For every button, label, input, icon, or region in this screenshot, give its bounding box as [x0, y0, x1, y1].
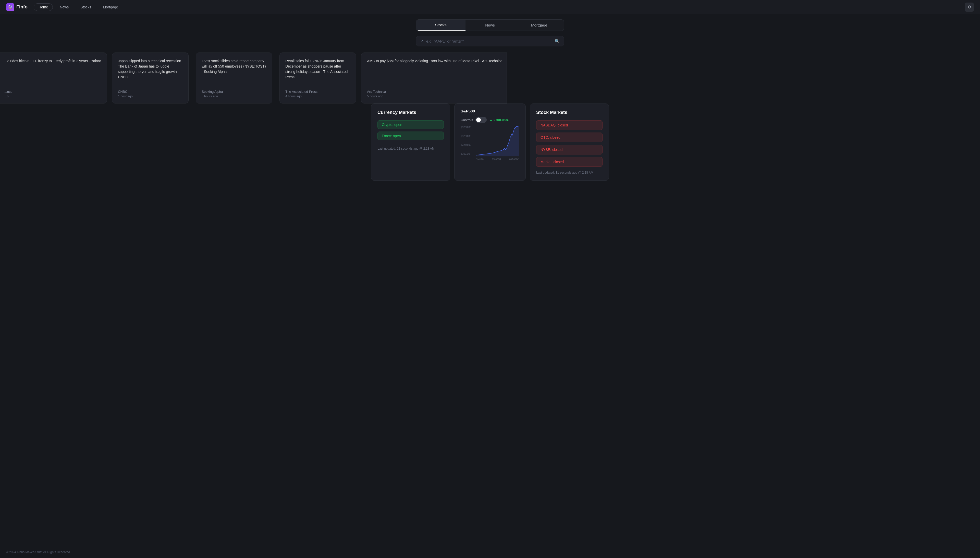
news-cards-row: ...e rides bitcoin ETF frenzy to ...terl… — [0, 53, 980, 103]
nav-news-button[interactable]: News — [55, 3, 74, 11]
x-label-2: 9/1/2001 — [492, 158, 501, 160]
footer-text: © 2024 Kisho Makes Stuff. All Rights Res… — [6, 550, 71, 554]
tab-mortgage[interactable]: Mortgage — [514, 20, 564, 31]
news-card-partial-right: AMC to pay $8M for allegedly violating 1… — [361, 53, 507, 103]
market-badge[interactable]: Market: closed — [536, 157, 603, 167]
controls-row: Controls ▲ 2700.05% — [461, 117, 519, 123]
news-card[interactable]: Japan slipped into a technical recession… — [112, 53, 189, 103]
y-label-1: $5250.00 — [461, 126, 475, 129]
y-label-3: $2250.00 — [461, 143, 475, 146]
chart-underline — [461, 162, 519, 163]
chart-title: S&P500 — [461, 109, 475, 113]
news-card-title: Toast stock slides amid report company w… — [202, 58, 267, 85]
news-card[interactable]: Toast stock slides amid report company w… — [196, 53, 272, 103]
logo: 🔮 Finfo — [6, 3, 28, 11]
stock-panel-title: Stock Markets — [536, 110, 603, 115]
news-card-partial-left: ...e rides bitcoin ETF frenzy to ...terl… — [0, 53, 107, 103]
main-content: Stocks News Mortgage ↗ 🔍 ...e rides bitc… — [0, 14, 980, 546]
settings-button[interactable]: ⚙ — [965, 3, 974, 12]
news-card-footer: The Associated Press 4 hours ago — [285, 90, 350, 98]
nyse-badge[interactable]: NYSE: closed — [536, 145, 603, 154]
chart-svg — [476, 126, 519, 156]
crypto-badge[interactable]: Crypto: open — [377, 120, 444, 129]
navbar: 🔮 Finfo Home News Stocks Mortgage ⚙ — [0, 0, 980, 14]
x-label-3: 2/15/2024 — [509, 158, 519, 160]
news-card-footer: Ars Technica 5 hours ago — [367, 90, 502, 98]
search-icon: 🔍 — [555, 39, 560, 43]
logo-icon: 🔮 — [6, 3, 14, 11]
news-card-footer: Seeking Alpha 5 hours ago — [202, 90, 267, 98]
y-label-2: $3750.00 — [461, 135, 475, 138]
tabs-container: Stocks News Mortgage — [416, 20, 564, 31]
trend-icon: ↗ — [420, 39, 424, 44]
news-time: 5 hours ago — [202, 95, 267, 98]
tab-stocks[interactable]: Stocks — [416, 20, 466, 31]
search-input[interactable] — [426, 39, 552, 43]
currency-panel-title: Currency Markets — [377, 110, 444, 115]
news-source: The Associated Press — [285, 90, 350, 94]
nav-mortgage-button[interactable]: Mortgage — [98, 3, 123, 11]
currency-markets-panel: Currency Markets Crypto: open Forex: ope… — [371, 103, 450, 181]
search-bar: ↗ 🔍 — [416, 36, 564, 46]
logo-text: Finfo — [16, 4, 28, 10]
x-axis: 7/1/1987 9/1/2001 2/15/2024 — [461, 158, 519, 160]
otc-badge[interactable]: OTC: closed — [536, 133, 603, 142]
tab-news[interactable]: News — [466, 20, 515, 31]
news-card-title: Japan slipped into a technical recession… — [118, 58, 183, 85]
currency-last-updated: Last updated: 11 seconds ago @ 2:18 AM — [377, 147, 444, 150]
chart-header: S&P500 — [461, 109, 519, 113]
nav-stocks-button[interactable]: Stocks — [76, 3, 96, 11]
controls-label: Controls — [461, 118, 473, 122]
y-label-4: $750.00 — [461, 153, 475, 155]
svg-marker-4 — [476, 126, 519, 156]
y-axis: $5250.00 $3750.00 $2250.00 $750.00 — [461, 126, 475, 155]
nasdaq-badge[interactable]: NASDAQ: closed — [536, 120, 603, 130]
stock-last-updated: Last updated: 11 seconds ago @ 2:18 AM — [536, 171, 603, 174]
news-source: Seeking Alpha — [202, 90, 267, 94]
news-source: CNBC — [118, 90, 183, 94]
chart-percent: ▲ 2700.05% — [489, 118, 508, 122]
controls-toggle[interactable] — [476, 117, 487, 123]
news-time: 1 hour ago — [118, 95, 183, 98]
news-source: ...nce — [4, 90, 101, 94]
chart-area: $5250.00 $3750.00 $2250.00 $750.00 — [461, 126, 519, 162]
nav-home-button[interactable]: Home — [34, 3, 53, 11]
x-label-1: 7/1/1987 — [476, 158, 484, 160]
search-button[interactable]: 🔍 — [555, 39, 560, 44]
news-card-title: AMC to pay $8M for allegedly violating 1… — [367, 58, 502, 85]
panels-row: Currency Markets Crypto: open Forex: ope… — [0, 103, 980, 181]
news-card-title: ...e rides bitcoin ETF frenzy to ...terl… — [4, 58, 101, 85]
stock-markets-panel: Stock Markets NASDAQ: closed OTC: closed… — [530, 103, 609, 181]
gear-icon: ⚙ — [967, 5, 971, 10]
forex-badge[interactable]: Forex: open — [377, 131, 444, 140]
toggle-knob — [476, 118, 481, 122]
chart-svg-container — [476, 126, 519, 156]
news-source: Ars Technica — [367, 90, 502, 94]
footer: © 2024 Kisho Makes Stuff. All Rights Res… — [0, 546, 980, 558]
news-time: 5 hours ago — [367, 95, 502, 98]
news-card-footer: CNBC 1 hour ago — [118, 90, 183, 98]
news-card-title: Retail sales fall 0.8% in January from D… — [285, 58, 350, 85]
chart-container: $5250.00 $3750.00 $2250.00 $750.00 — [461, 126, 519, 156]
news-card[interactable]: Retail sales fall 0.8% in January from D… — [280, 53, 356, 103]
news-card-footer: ...nce ...o — [4, 90, 101, 98]
news-scroll-wrapper: ...e rides bitcoin ETF frenzy to ...terl… — [0, 53, 980, 103]
news-time: 4 hours ago — [285, 95, 350, 98]
chart-panel: S&P500 Controls ▲ 2700.05% $5250.00 $375… — [454, 103, 526, 181]
news-time: ...o — [4, 95, 101, 98]
